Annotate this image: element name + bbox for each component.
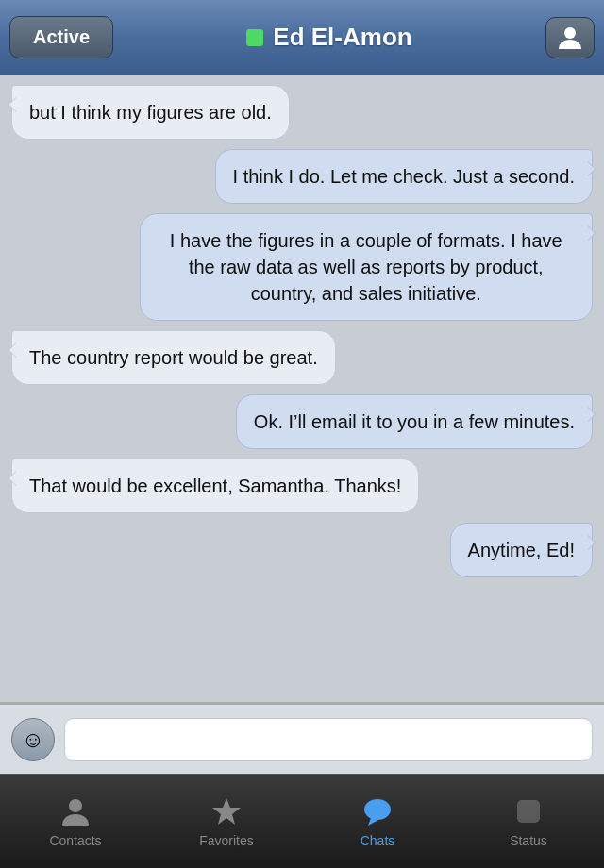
chat-area: but I think my figures are old. I think … <box>0 75 604 702</box>
person-icon <box>557 25 583 51</box>
nav-label-chats: Chats <box>361 833 395 848</box>
message-bubble-received-2: That would be excellent, Samantha. Thank… <box>11 459 419 513</box>
status-icon <box>512 795 545 827</box>
nav-item-chats[interactable]: Chats <box>302 775 453 868</box>
message-received-wrap-2: That would be excellent, Samantha. Thank… <box>0 459 604 513</box>
message-sent-wrap-4: Anytime, Ed! <box>0 523 604 577</box>
contact-name: Ed El-Amon <box>273 23 411 52</box>
contacts-icon <box>59 795 92 827</box>
message-bubble-sent-3: Ok. I’ll email it to you in a few minute… <box>236 394 593 449</box>
svg-point-3 <box>364 799 391 820</box>
online-status-dot <box>246 29 263 46</box>
input-area: ☺ <box>0 704 604 774</box>
message-sent-wrap-1: I think I do. Let me check. Just a secon… <box>0 149 604 204</box>
svg-point-0 <box>564 27 576 39</box>
nav-label-favorites: Favorites <box>199 833 254 848</box>
message-input[interactable] <box>64 718 593 761</box>
message-sent-wrap-2: I have the figures in a couple of format… <box>0 213 604 321</box>
bottom-nav: Contacts Favorites Chats Status <box>0 774 604 868</box>
nav-label-contacts: Contacts <box>49 833 101 848</box>
header: Active Ed El-Amon <box>0 0 604 75</box>
message-received-wrap-1: The country report would be great. <box>0 330 604 385</box>
emoji-button[interactable]: ☺ <box>11 718 55 761</box>
message-partial-wrap: but I think my figures are old. <box>0 85 604 140</box>
favorites-icon <box>210 795 243 827</box>
active-button[interactable]: Active <box>9 16 113 58</box>
svg-rect-5 <box>518 801 539 822</box>
nav-item-favorites[interactable]: Favorites <box>151 775 302 868</box>
emoji-icon: ☺ <box>22 726 45 753</box>
message-sent-wrap-3: Ok. I’ll email it to you in a few minute… <box>0 394 604 449</box>
profile-button[interactable] <box>545 17 595 58</box>
message-bubble-sent-1: I think I do. Let me check. Just a secon… <box>215 149 593 204</box>
svg-marker-2 <box>212 798 241 825</box>
nav-item-status[interactable]: Status <box>453 775 604 868</box>
nav-item-contacts[interactable]: Contacts <box>0 775 151 868</box>
message-bubble-received: but I think my figures are old. <box>11 85 290 140</box>
message-bubble-sent-4: Anytime, Ed! <box>450 523 593 577</box>
nav-label-status: Status <box>510 833 547 848</box>
message-bubble-sent-2: I have the figures in a couple of format… <box>140 213 593 321</box>
message-bubble-received-1: The country report would be great. <box>11 330 336 385</box>
svg-point-1 <box>69 799 82 812</box>
header-title: Ed El-Amon <box>246 23 411 52</box>
chats-icon <box>361 795 394 827</box>
